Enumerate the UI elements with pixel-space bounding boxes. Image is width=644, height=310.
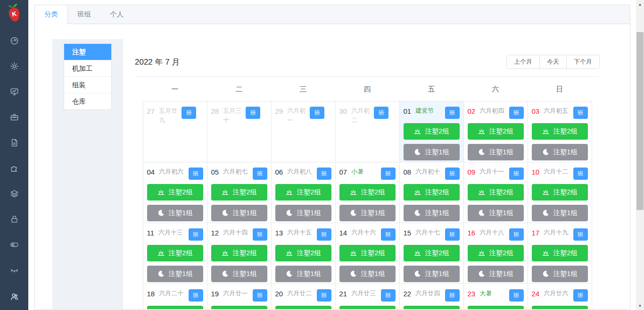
day-shift-button[interactable]: 注塑2组 <box>147 306 203 310</box>
shift-badge[interactable]: 班 <box>317 168 331 180</box>
prev-month-button[interactable]: 上个月 <box>507 55 539 68</box>
category-item-0[interactable]: 注塑 <box>64 44 111 60</box>
shift-badge[interactable]: 班 <box>509 107 524 119</box>
shift-badge[interactable]: 班 <box>253 228 267 241</box>
day-shift-button[interactable]: 注塑2组 <box>404 123 460 140</box>
dashboard-icon[interactable] <box>0 28 28 53</box>
day-shift-button[interactable]: 注塑2组 <box>404 184 460 201</box>
shift-badge[interactable]: 班 <box>573 168 588 180</box>
day-shift-button[interactable]: 注塑2组 <box>468 245 524 261</box>
shift-badge[interactable]: 班 <box>573 289 588 302</box>
app-logo[interactable]: K <box>4 2 24 24</box>
day-shift-button[interactable]: 注塑2组 <box>275 245 331 261</box>
today-button[interactable]: 今天 <box>539 55 566 68</box>
night-shift-button[interactable]: 注塑1组 <box>339 205 396 221</box>
night-shift-button[interactable]: 注塑1组 <box>404 266 460 282</box>
scroll-down-arrow[interactable]: ▼ <box>636 302 644 310</box>
scroll-up-arrow[interactable]: ▲ <box>636 0 644 8</box>
day-shift-button[interactable]: 注塑2组 <box>532 123 588 140</box>
shift-badge[interactable]: 班 <box>445 289 460 302</box>
day-shift-button[interactable]: 注塑2组 <box>404 306 460 310</box>
night-shift-button[interactable]: 注塑1组 <box>147 266 203 282</box>
night-shift-button[interactable]: 注塑1组 <box>275 205 331 221</box>
day-shift-button[interactable]: 注塑2组 <box>147 245 203 261</box>
lock-icon[interactable] <box>0 206 28 232</box>
category-item-1[interactable]: 机加工 <box>64 60 111 77</box>
shift-badge[interactable]: 班 <box>374 107 388 119</box>
tab-2[interactable]: 个人 <box>100 5 133 24</box>
night-shift-button[interactable]: 注塑1组 <box>468 144 524 160</box>
day-shift-button[interactable]: 注塑2组 <box>532 245 588 261</box>
night-shift-button[interactable]: 注塑1组 <box>468 266 524 282</box>
shift-badge[interactable]: 班 <box>253 168 267 180</box>
document-icon[interactable] <box>0 130 28 155</box>
night-shift-button[interactable]: 注塑1组 <box>211 205 267 221</box>
night-shift-button[interactable]: 注塑1组 <box>339 266 396 282</box>
day-shift-button[interactable]: 注塑2组 <box>275 306 331 310</box>
day-shift-button[interactable]: 注塑2组 <box>339 306 396 310</box>
shift-badge[interactable]: 班 <box>246 107 260 119</box>
day-shift-button[interactable]: 注塑2组 <box>147 184 203 201</box>
shift-badge[interactable]: 班 <box>381 168 396 180</box>
day-shift-button[interactable]: 注塑2组 <box>275 184 331 201</box>
briefcase-icon[interactable] <box>0 104 28 130</box>
monitor-chart-icon[interactable] <box>0 79 28 104</box>
day-shift-button[interactable]: 注塑2组 <box>339 184 396 201</box>
day-shift-button[interactable]: 注塑2组 <box>211 306 267 310</box>
day-shift-button[interactable]: 注塑2组 <box>532 306 588 310</box>
page-scrollbar[interactable]: ▲ ▼ <box>636 0 644 310</box>
settings-icon[interactable] <box>0 53 28 79</box>
night-shift-button[interactable]: 注塑1组 <box>404 144 460 160</box>
night-shift-button[interactable]: 注塑1组 <box>532 266 588 282</box>
scrollbar-thumb[interactable] <box>636 32 644 210</box>
puzzle-icon[interactable] <box>0 155 28 181</box>
day-shift-button[interactable]: 注塑2组 <box>532 184 588 201</box>
shift-badge[interactable]: 班 <box>445 228 460 241</box>
shift-badge[interactable]: 班 <box>573 228 588 241</box>
shift-badge[interactable]: 班 <box>509 228 524 241</box>
shift-badge[interactable]: 班 <box>189 228 203 241</box>
category-item-2[interactable]: 组装 <box>64 77 111 93</box>
shift-badge[interactable]: 班 <box>381 228 396 241</box>
eye-closed-icon[interactable] <box>0 257 28 283</box>
shift-badge[interactable]: 班 <box>189 168 203 180</box>
night-shift-button[interactable]: 注塑1组 <box>404 205 460 221</box>
night-shift-button[interactable]: 注塑1组 <box>275 266 331 282</box>
shift-badge[interactable]: 班 <box>317 228 331 241</box>
day-shift-button[interactable]: 注塑2组 <box>468 123 524 140</box>
day-shift-button[interactable]: 注塑2组 <box>468 184 524 201</box>
toggle-icon[interactable] <box>0 232 28 257</box>
shift-badge[interactable]: 班 <box>317 289 331 302</box>
cell-header: 15六月十七班 <box>404 228 460 241</box>
day-shift-button[interactable]: 注塑2组 <box>339 245 396 261</box>
night-shift-button[interactable]: 注塑1组 <box>211 266 267 282</box>
night-shift-label: 注塑1组 <box>489 148 513 157</box>
next-month-button[interactable]: 下个月 <box>566 55 599 68</box>
day-shift-button[interactable]: 注塑2组 <box>211 245 267 261</box>
calendar-cell: 10六月十二班注塑2组注塑1组 <box>528 162 592 223</box>
day-shift-button[interactable]: 注塑2组 <box>211 184 267 201</box>
shift-badge[interactable]: 班 <box>573 107 588 119</box>
layers-icon[interactable] <box>0 181 28 206</box>
night-shift-button[interactable]: 注塑1组 <box>532 144 588 160</box>
night-shift-button[interactable]: 注塑1组 <box>147 205 203 221</box>
shift-badge[interactable]: 班 <box>253 289 267 302</box>
shift-badge[interactable]: 班 <box>381 289 396 302</box>
lunar-label: 六月初五 <box>544 106 571 116</box>
shift-badge[interactable]: 班 <box>310 107 324 119</box>
tab-0[interactable]: 分类 <box>35 5 68 24</box>
day-shift-button[interactable]: 注塑2组 <box>404 245 460 261</box>
night-shift-button[interactable]: 注塑1组 <box>468 205 524 221</box>
tab-1[interactable]: 班组 <box>68 5 100 24</box>
user-icon[interactable] <box>0 284 28 309</box>
day-shift-button[interactable]: 注塑2组 <box>468 306 524 310</box>
shift-badge[interactable]: 班 <box>445 168 460 180</box>
shift-badge[interactable]: 班 <box>182 107 196 119</box>
night-shift-button[interactable]: 注塑1组 <box>532 205 588 221</box>
shift-badge[interactable]: 班 <box>509 289 524 302</box>
shift-badge[interactable]: 班 <box>509 168 524 180</box>
cell-header: 29六月初一班 <box>275 106 331 125</box>
category-item-3[interactable]: 仓库 <box>64 93 111 109</box>
shift-badge[interactable]: 班 <box>189 289 203 302</box>
shift-badge[interactable]: 班 <box>445 107 460 119</box>
